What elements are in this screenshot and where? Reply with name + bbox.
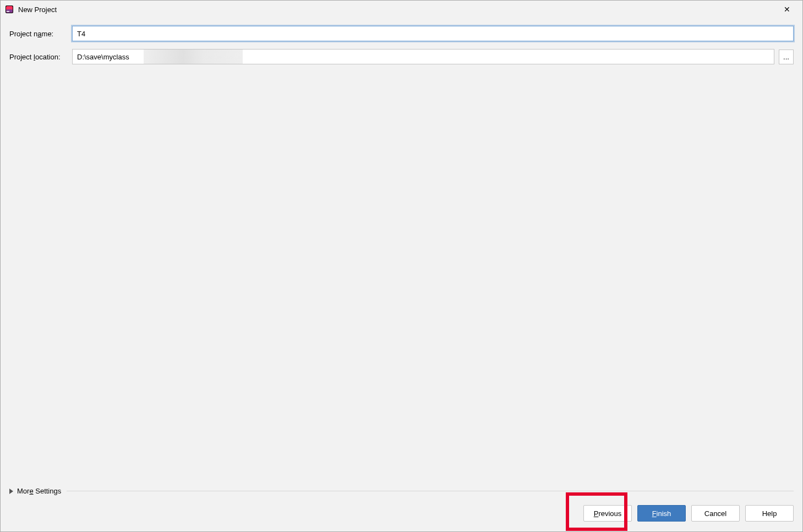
project-location-input[interactable] <box>72 49 774 64</box>
titlebar: New Project ✕ <box>1 1 802 18</box>
spacer <box>9 72 794 487</box>
dialog-content: Project name: Project location: ... More… <box>1 18 802 505</box>
project-location-row: Project location: ... <box>9 49 794 64</box>
more-settings-divider <box>67 491 794 491</box>
cancel-button[interactable]: Cancel <box>691 505 740 522</box>
finish-button[interactable]: Finish <box>637 505 686 522</box>
project-name-row: Project name: <box>9 26 794 41</box>
previous-button[interactable]: Previous <box>583 505 632 522</box>
project-location-label: Project location: <box>9 53 72 61</box>
project-name-input[interactable] <box>72 26 794 41</box>
more-settings-label: More Settings <box>17 487 61 495</box>
dialog-title: New Project <box>18 6 776 14</box>
more-settings-row: More Settings <box>9 487 794 495</box>
svg-rect-3 <box>7 11 9 12</box>
more-settings-toggle[interactable]: More Settings <box>9 487 61 495</box>
browse-button[interactable]: ... <box>779 50 794 64</box>
close-icon[interactable]: ✕ <box>776 5 798 14</box>
chevron-right-icon <box>9 489 13 494</box>
project-name-label: Project name: <box>9 30 72 38</box>
help-button[interactable]: Help <box>745 505 794 522</box>
app-icon <box>5 5 14 14</box>
new-project-dialog: New Project ✕ Project name: Project loca… <box>0 0 803 532</box>
dialog-button-row: Previous Finish Cancel Help <box>1 505 802 531</box>
